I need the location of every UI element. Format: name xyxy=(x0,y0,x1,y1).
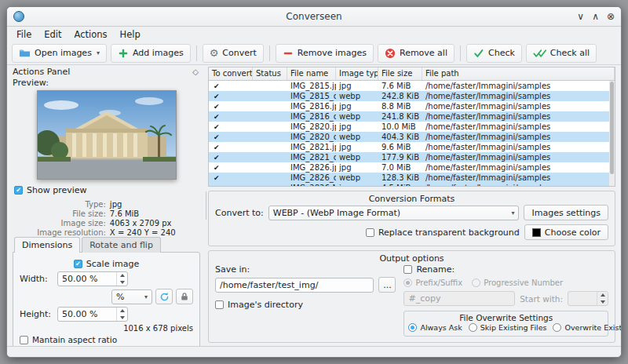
menu-help[interactable]: Help xyxy=(114,28,147,41)
prefix-suffix-radio[interactable]: Prefix/Suffix xyxy=(403,278,462,287)
remove-images-button[interactable]: Remove images xyxy=(276,44,374,63)
header-image-type[interactable]: Image type xyxy=(336,67,378,80)
meta-value: jpg xyxy=(110,200,176,209)
maintain-aspect-label: Mantain aspect ratio xyxy=(32,335,117,344)
menu-edit[interactable]: Edit xyxy=(38,28,68,41)
row-check-icon[interactable]: ✔ xyxy=(212,133,220,141)
to-convert-cell: ✔ xyxy=(209,111,253,122)
file-table-body: ✔IMG_2815.jpgjpg7.6 MiB/home/faster/Imma… xyxy=(209,81,609,186)
convert-button[interactable]: ⚙ Convert xyxy=(203,44,264,63)
show-preview-checkbox[interactable]: Show preview xyxy=(14,185,200,195)
tab-dimensions[interactable]: Dimensions xyxy=(14,237,80,253)
width-spinbox[interactable]: 50.00 % xyxy=(57,271,128,286)
status-cell xyxy=(253,91,287,101)
row-check-icon[interactable]: ✔ xyxy=(212,154,220,162)
header-file-name[interactable]: File name xyxy=(287,67,336,80)
table-row[interactable]: ✔IMG_2816_co…webp241.8 KiB/home/faster/I… xyxy=(209,111,609,122)
choose-color-button[interactable]: Choose color xyxy=(524,224,608,240)
refresh-button[interactable] xyxy=(155,289,173,304)
row-check-icon[interactable]: ✔ xyxy=(212,123,220,131)
menu-file[interactable]: File xyxy=(10,28,38,41)
height-value: 50.00 % xyxy=(58,308,116,321)
progressive-number-radio[interactable]: Progressive Number xyxy=(472,278,563,287)
images-settings-button[interactable]: Images settings xyxy=(524,205,608,220)
table-scrollbar[interactable] xyxy=(609,81,615,186)
row-check-icon[interactable]: ✔ xyxy=(212,174,220,182)
to-convert-cell: ✔ xyxy=(209,91,253,101)
minimize-icon[interactable]: ∨ xyxy=(577,11,584,22)
file-size-cell: 7.0 MiB xyxy=(378,162,422,173)
spin-up-icon[interactable] xyxy=(117,272,127,279)
table-row[interactable]: ✔IMG_2820.jpgjpg10.0 MiB/home/faster/Imm… xyxy=(209,122,609,132)
dock-float-icon[interactable]: ◇ xyxy=(192,67,199,76)
browse-button[interactable]: ... xyxy=(378,277,396,293)
row-check-icon[interactable]: ✔ xyxy=(212,82,220,90)
close-icon[interactable]: ⊗ xyxy=(607,11,615,22)
check-all-button[interactable]: Check all xyxy=(526,44,597,63)
height-spinbox[interactable]: 50.00 % xyxy=(57,307,128,322)
overwrite-existing-radio[interactable]: Overwrite Existing Files xyxy=(553,323,621,332)
image-type-cell: webp xyxy=(336,173,378,183)
images-directory-checkbox[interactable]: Image's directory xyxy=(215,300,396,310)
format-combobox[interactable]: WEBP - (WebP Image Format) ▾ xyxy=(268,206,520,220)
maintain-aspect-checkbox[interactable]: Mantain aspect ratio xyxy=(20,335,117,344)
row-check-icon[interactable]: ✔ xyxy=(212,144,220,151)
maximize-icon[interactable]: ∧ xyxy=(592,11,599,22)
row-check-icon[interactable]: ✔ xyxy=(212,113,220,121)
scrollbar-thumb[interactable] xyxy=(610,82,614,174)
header-file-path[interactable]: File path xyxy=(422,67,615,80)
header-file-size[interactable]: File size xyxy=(378,67,422,80)
table-row[interactable]: ✔IMG_2821_co…webp177.9 KiB/home/faster/I… xyxy=(209,152,609,162)
file-table: To convert Status File name Image type F… xyxy=(208,67,615,187)
open-images-button[interactable]: Open images ▾ xyxy=(12,44,107,63)
table-row[interactable]: ✔IMG_2815.jpgjpg7.6 MiB/home/faster/Imma… xyxy=(209,81,609,91)
color-swatch xyxy=(532,228,541,237)
row-check-icon[interactable]: ✔ xyxy=(212,164,220,172)
spin-down-icon[interactable] xyxy=(117,315,127,322)
header-to-convert[interactable]: To convert xyxy=(209,67,253,80)
table-row[interactable]: ✔IMG_2821.jpgjpg9.6 MiB/home/faster/Imma… xyxy=(209,142,609,152)
file-path-cell: /home/faster/Immagini/samples xyxy=(422,122,609,132)
tab-rotate-flip[interactable]: Rotate and flip xyxy=(82,237,161,253)
spin-down-icon[interactable] xyxy=(117,279,127,286)
right-panel: To convert Status File name Image type F… xyxy=(208,65,621,346)
file-size-cell: 7.6 MiB xyxy=(378,81,422,91)
table-row[interactable]: ✔IMG_2820_co…webp404.3 KiB/home/faster/I… xyxy=(209,132,609,142)
table-row[interactable]: ✔IMG_2826.jpgjpg7.0 MiB/home/faster/Imma… xyxy=(209,162,609,173)
save-path-input[interactable]: /home/faster/test_img/ xyxy=(215,278,374,293)
file-size-cell: 9.6 MiB xyxy=(378,142,422,152)
scale-image-checkbox[interactable]: Scale image xyxy=(74,259,139,269)
check-button[interactable]: Check xyxy=(466,44,522,63)
remove-all-button[interactable]: Remove all xyxy=(378,44,455,63)
preview-label: Preview: xyxy=(13,78,200,88)
header-status[interactable]: Status xyxy=(253,67,287,80)
rename-pattern-input[interactable]: #_copy xyxy=(403,291,515,306)
spin-up-icon[interactable] xyxy=(117,308,127,315)
table-row[interactable]: ✔IMG_2826-M…jpg4.5 MiB/home/faster/Immag… xyxy=(209,183,609,186)
skip-existing-radio[interactable]: Skip Existing Files xyxy=(469,323,547,332)
row-check-icon[interactable]: ✔ xyxy=(212,184,220,186)
table-row[interactable]: ✔IMG_2826_co…webp128.3 KiB/home/faster/I… xyxy=(209,173,609,183)
file-name-cell: IMG_2815_co… xyxy=(287,91,336,101)
file-name-cell: IMG_2816_co… xyxy=(287,111,336,122)
menu-actions[interactable]: Actions xyxy=(68,28,114,41)
row-check-icon[interactable]: ✔ xyxy=(212,103,220,111)
row-check-icon[interactable]: ✔ xyxy=(212,93,220,100)
to-convert-cell: ✔ xyxy=(209,183,253,186)
start-with-spinbox[interactable] xyxy=(568,291,608,306)
add-images-button[interactable]: Add images xyxy=(111,44,191,63)
spin-up-icon[interactable] xyxy=(597,292,608,299)
file-size-cell: 128.3 KiB xyxy=(378,173,422,183)
always-ask-radio[interactable]: Always Ask xyxy=(408,323,462,332)
conversion-formats-title: Conversion Formats xyxy=(209,194,615,204)
rename-checkbox[interactable]: Rename: xyxy=(403,264,455,275)
replace-transparent-checkbox[interactable]: Replace transparent background xyxy=(366,228,520,238)
unit-combobox[interactable]: % ▾ xyxy=(111,289,152,304)
app-window: Converseen ∨ ∧ ⊗ File Edit Actions Help … xyxy=(6,6,622,358)
spin-down-icon[interactable] xyxy=(597,299,608,306)
table-row[interactable]: ✔IMG_2815_co…webp242.8 KiB/home/faster/I… xyxy=(209,91,609,101)
choose-color-label: Choose color xyxy=(545,228,601,238)
lock-aspect-button[interactable] xyxy=(176,289,193,304)
status-cell xyxy=(253,142,287,152)
table-row[interactable]: ✔IMG_2816.jpgjpg8.8 MiB/home/faster/Imma… xyxy=(209,101,609,111)
